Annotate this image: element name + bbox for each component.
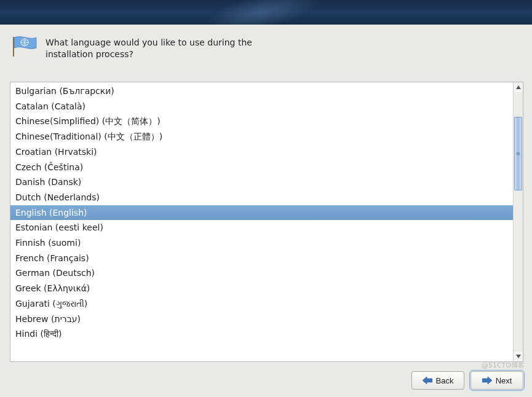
- next-button-label: Next: [496, 376, 512, 385]
- language-option[interactable]: Czech (Čeština): [10, 160, 513, 175]
- svg-marker-2: [516, 85, 521, 89]
- language-option[interactable]: Estonian (eesti keel): [10, 220, 513, 235]
- language-option[interactable]: Catalan (Català): [10, 99, 513, 114]
- language-option[interactable]: Danish (Dansk): [10, 175, 513, 190]
- chevron-up-icon: [516, 85, 521, 89]
- language-option[interactable]: Gujarati (ગુજરાતી): [10, 296, 513, 312]
- scroll-up-button[interactable]: [514, 82, 523, 92]
- flag-globe-icon: [11, 36, 37, 58]
- language-option[interactable]: Bulgarian (Български): [10, 84, 513, 99]
- language-option[interactable]: Chinese(Traditional) (中文（正體）): [10, 129, 513, 144]
- language-option[interactable]: French (Français): [10, 251, 513, 266]
- next-button[interactable]: Next: [470, 371, 523, 390]
- language-option[interactable]: English (English): [10, 205, 513, 221]
- language-option[interactable]: Hindi (हिन्दी): [10, 326, 513, 342]
- scroll-down-button[interactable]: [514, 352, 523, 361]
- language-option[interactable]: Hebrew (עברית): [10, 312, 513, 327]
- language-list-container: Bulgarian (Български)Catalan (Català)Chi…: [10, 82, 523, 362]
- language-option[interactable]: Dutch (Nederlands): [10, 190, 513, 205]
- chevron-down-icon: [516, 355, 521, 358]
- svg-marker-5: [482, 377, 492, 384]
- language-option[interactable]: Finnish (suomi): [10, 235, 513, 251]
- top-banner: [0, 0, 532, 25]
- arrow-right-icon: [482, 377, 492, 384]
- watermark: @51CTO博客: [482, 361, 525, 370]
- scrollbar[interactable]: [513, 82, 523, 361]
- scroll-thumb[interactable]: [514, 117, 522, 191]
- prompt-text: What language would you like to use duri…: [46, 36, 267, 60]
- svg-marker-3: [516, 355, 521, 358]
- language-option[interactable]: Chinese(Simplified) (中文（简体）): [10, 114, 513, 129]
- arrow-left-icon: [423, 377, 432, 384]
- language-option[interactable]: German (Deutsch): [10, 265, 513, 281]
- back-button[interactable]: Back: [411, 371, 464, 390]
- back-button-label: Back: [436, 376, 454, 385]
- header: What language would you like to use duri…: [0, 25, 532, 60]
- language-list[interactable]: Bulgarian (Български)Catalan (Català)Chi…: [10, 82, 513, 361]
- language-option[interactable]: Croatian (Hrvatski): [10, 144, 513, 160]
- svg-marker-4: [423, 377, 432, 384]
- scroll-track[interactable]: [514, 92, 523, 352]
- footer-buttons: Back Next: [411, 371, 523, 390]
- language-option[interactable]: Greek (Ελληνικά): [10, 281, 513, 296]
